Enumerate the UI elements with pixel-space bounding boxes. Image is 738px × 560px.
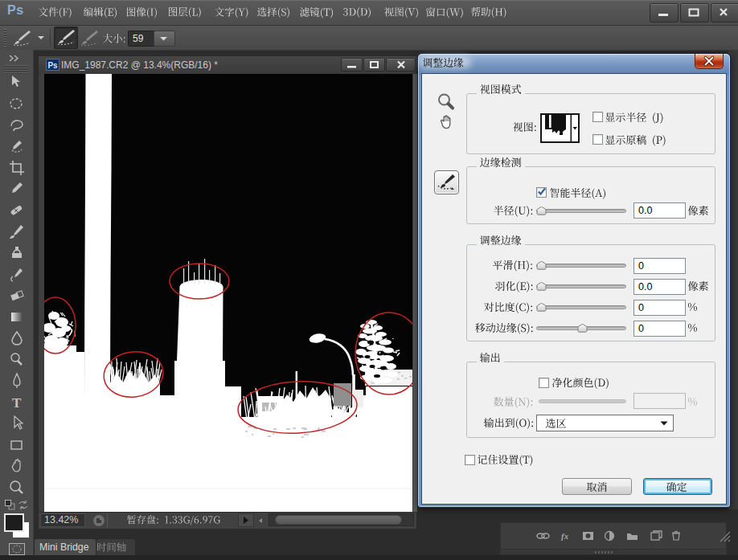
svg-text:fx: fx <box>561 531 569 541</box>
svg-text:T: T <box>12 395 22 411</box>
